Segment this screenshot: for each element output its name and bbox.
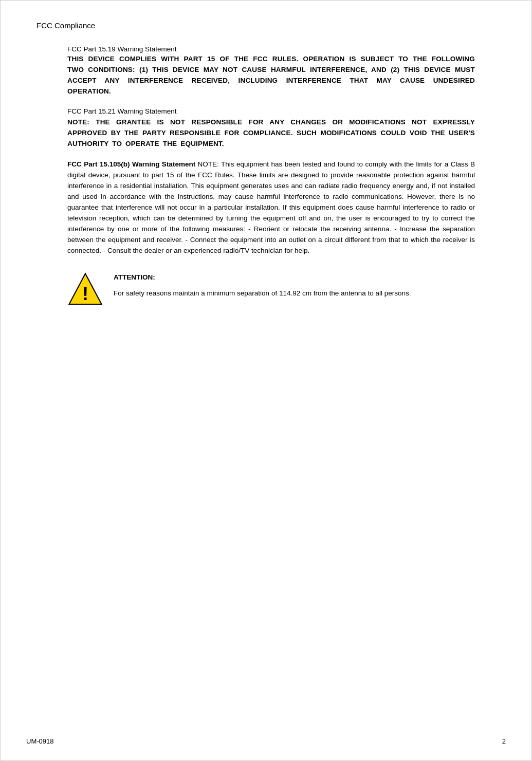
fcc-15-105-body: FCC Part 15.105(b) Warning Statement NOT…: [67, 159, 475, 256]
footer: UM-0918 2: [26, 737, 506, 745]
page-container: FCC Compliance FCC Part 15.19 Warning St…: [0, 0, 532, 761]
attention-label: ATTENTION:: [114, 272, 411, 284]
attention-body: For safety reasons maintain a minimum se…: [114, 288, 411, 300]
fcc-15-19-body: THIS DEVICE COMPLIES WITH PART 15 OF THE…: [67, 54, 475, 97]
content-area: FCC Part 15.19 Warning Statement THIS DE…: [67, 45, 475, 308]
footer-right: 2: [502, 737, 506, 745]
attention-text: ATTENTION: For safety reasons maintain a…: [114, 272, 411, 300]
section-fcc-15-105: FCC Part 15.105(b) Warning Statement NOT…: [67, 159, 475, 256]
footer-left: UM-0918: [26, 737, 53, 745]
page-title: FCC Compliance: [36, 21, 506, 30]
fcc-15-21-body: NOTE: THE GRANTEE IS NOT RESPONSIBLE FOR…: [67, 117, 475, 150]
attention-box: ! ATTENTION: For safety reasons maintain…: [67, 272, 475, 308]
fcc-15-105-body-text: NOTE: This equipment has been tested and…: [67, 160, 475, 254]
section-fcc-15-19: FCC Part 15.19 Warning Statement THIS DE…: [67, 45, 475, 97]
svg-text:!: !: [82, 283, 88, 304]
section-fcc-15-21: FCC Part 15.21 Warning Statement NOTE: T…: [67, 107, 475, 150]
fcc-15-105-title: FCC Part 15.105(b) Warning Statement: [67, 160, 195, 168]
fcc-15-19-title: FCC Part 15.19 Warning Statement: [67, 45, 475, 53]
fcc-15-21-title: FCC Part 15.21 Warning Statement: [67, 107, 475, 115]
warning-icon: !: [67, 272, 103, 308]
